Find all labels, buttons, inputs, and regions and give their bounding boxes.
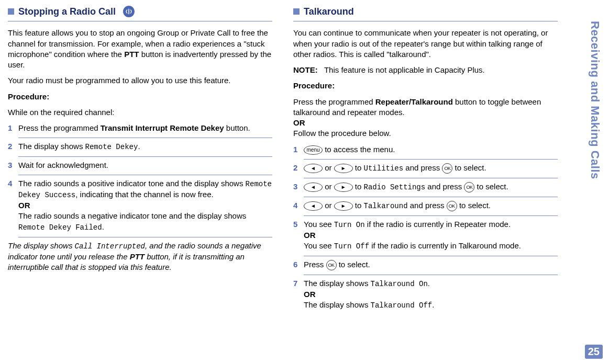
text: to [353,182,364,191]
display-text: Remote Dekey [85,143,138,151]
note-label: NOTE: [293,65,318,74]
text: Press [304,260,326,269]
text: to access the menu. [323,145,395,154]
procedure-label: Procedure: [293,81,558,91]
step-number: 5 [293,219,297,230]
footer-note: The display shows Call Interrupted, and … [8,241,272,272]
left-arrow-button-icon: ◄ [304,183,323,192]
right-arrow-button-icon: ► [334,201,353,211]
text: Wait for acknowledgment. [18,161,108,169]
text: and press [425,182,464,191]
step-number: 2 [8,141,12,152]
text: You see [304,220,334,229]
text: . [138,142,140,151]
or-label: OR [293,118,305,127]
step-divider [18,138,272,138]
step-number: 2 [293,163,297,173]
step-number: 6 [293,259,297,270]
text: , indicating that the channel is now fre… [75,190,214,199]
heading-stopping: Stopping a Radio Call [8,5,272,18]
heading-talkaround: Talkaround [293,5,558,18]
section-title-vertical: Receiving and Making Calls [588,21,602,179]
intro-para-2: Your radio must be programmed to allow y… [8,75,272,86]
text: or [323,163,334,172]
list-item: 4 The radio sounds a positive indicator … [8,178,272,232]
text: to [353,163,364,172]
text: The radio sounds a positive indicator to… [18,179,246,188]
intro-para-1: This feature allows you to stop an ongoi… [8,28,272,70]
left-column: Stopping a Radio Call This feature allow… [5,5,280,359]
right-column: Talkaround You can continue to communica… [280,5,566,359]
heading-rule [293,21,558,21]
step-divider [304,159,558,160]
step-divider [304,256,558,256]
procedure-label: Procedure: [8,92,272,102]
text: The display shows [18,142,85,151]
text: and press [408,201,447,210]
text: Press the programmed [18,123,101,132]
text: to select. [337,260,370,269]
page-number: 25 [585,345,603,359]
step-number: 1 [293,144,297,155]
right-steps: 1 menu to access the menu. 2 ◄ or ► to U… [293,144,558,311]
text: button. [224,123,250,132]
list-item: 4 ◄ or ► to Talkaround and press OK to s… [293,200,558,211]
page-content: Stopping a Radio Call This feature allow… [0,0,576,364]
note-line: NOTE: This feature is not applicable in … [293,65,558,75]
display-text: Turn Off [334,242,369,251]
step-divider [304,275,558,275]
or-label: OR [304,231,316,240]
right-arrow-button-icon: ► [334,183,353,192]
step-divider [304,215,558,216]
step-number: 1 [8,123,12,133]
text: and press [403,163,442,172]
text: to select. [452,163,486,172]
heading-stopping-text: Stopping a Radio Call [18,5,116,18]
step-number: 4 [293,200,297,211]
procedure-para: Press the programmed Repeater/Talkaround… [293,97,558,139]
display-text: Talkaround [364,202,408,210]
list-item: 1 menu to access the menu. [293,144,558,155]
text: You see [304,241,334,250]
text: . [428,279,430,288]
display-text: Turn On [334,221,365,229]
left-arrow-button-icon: ◄ [304,201,323,211]
feature-icon [123,6,135,17]
display-text: Remote Dekey Failed [18,223,102,232]
step-divider [304,178,558,178]
text: if the radio is currently in Talkaround … [369,241,521,250]
list-item: 3 Wait for acknowledgment. [8,160,272,170]
step-number: 3 [293,181,297,192]
display-text: Radio Settings [364,183,426,191]
left-steps: 1 Press the programmed Transmit Interrup… [8,123,272,237]
list-item: 2 ◄ or ► to Utilities and press OK to se… [293,163,558,174]
text: . [102,222,104,231]
display-text: Talkaround On [371,280,428,288]
text: The display shows [304,279,371,288]
text: or [323,182,334,191]
step-number: 7 [293,278,297,289]
or-label: OR [18,201,30,210]
or-label: OR [304,290,316,299]
text: Press the programmed [293,97,375,106]
list-item: 5 You see Turn On if the radio is curren… [293,219,558,252]
heading-talkaround-text: Talkaround [304,5,354,18]
text: to select. [457,201,491,210]
text: The radio sounds a negative indicator to… [18,211,246,220]
ok-button-icon: OK [464,182,474,192]
left-arrow-button-icon: ◄ [304,164,323,173]
sidebar: Receiving and Making Calls [580,0,609,364]
text: The display shows [304,300,371,309]
step-divider [18,237,272,237]
heading-marker-icon [8,8,14,15]
text: to select. [474,182,508,191]
text-bold: Repeater/Talkaround [375,97,453,106]
list-item: 6 Press OK to select. [293,259,558,270]
step-number: 4 [8,178,12,189]
step-divider [18,156,272,157]
ptt-label: PTT [124,50,139,59]
display-text: Talkaround Off [371,301,433,310]
text: to [353,201,364,210]
note-text: This feature is not applicable in Capaci… [324,65,485,74]
heading-marker-icon [293,8,300,15]
